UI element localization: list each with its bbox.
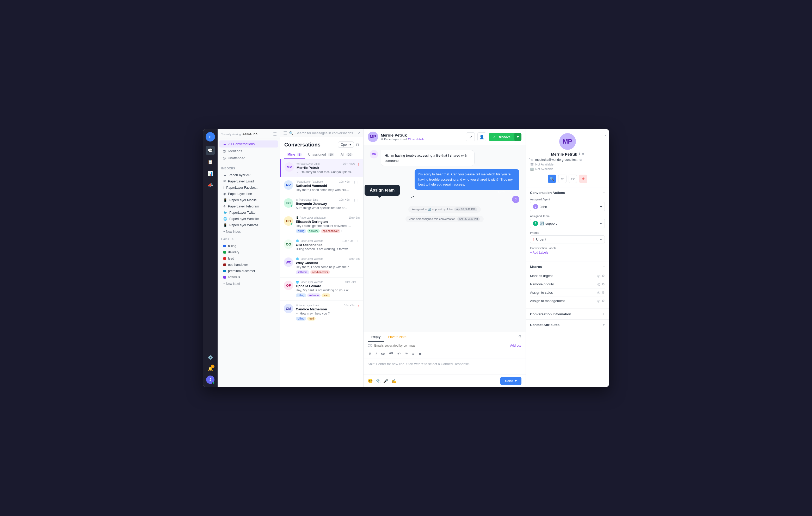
conversation-item[interactable]: CM ✉ PaperLayer Email 10m • 9m Candice M… bbox=[280, 301, 363, 324]
conversation-item[interactable]: WC 🌐 PaperLayer Website 10m • 9m Willy C… bbox=[280, 254, 363, 278]
tab-unassigned[interactable]: Unassigned 10 bbox=[305, 150, 338, 159]
inbox-facebook[interactable]: f PaperLayer Facebo... bbox=[221, 184, 276, 191]
conversation-item[interactable]: BJ ◉ PaperLayer Line 10m • 9m Benyamin J… bbox=[280, 195, 363, 213]
nav-notifications-icon[interactable]: 🔔 6 bbox=[206, 364, 215, 373]
macro-run-icon[interactable]: ⚙ bbox=[602, 274, 605, 278]
label-lead[interactable]: lead bbox=[221, 255, 276, 262]
nav-campaigns-icon[interactable]: 📣 bbox=[206, 180, 215, 190]
add-bcc-button[interactable]: Add bcc bbox=[510, 344, 521, 347]
nav-settings-icon[interactable]: ⚙️ bbox=[206, 353, 215, 362]
sidebar-menu-icon[interactable]: ☰ bbox=[273, 132, 277, 137]
inbox-website[interactable]: 🌐 PaperLayer Website bbox=[221, 216, 276, 222]
mine-count: 8 bbox=[297, 153, 302, 156]
reply-settings-icon[interactable]: ⚙ bbox=[518, 332, 521, 342]
bold-button[interactable]: B bbox=[368, 351, 372, 356]
inbox-mobile[interactable]: 📱 PaperLayer Mobile bbox=[221, 197, 276, 203]
signature-icon[interactable]: ✍ bbox=[391, 378, 396, 383]
send-button[interactable]: Send ▾ bbox=[500, 377, 521, 385]
copy-email-icon[interactable]: ⧉ bbox=[580, 158, 582, 162]
macro-run-icon[interactable]: ⚙ bbox=[602, 291, 605, 294]
attachment-icon[interactable]: 📎 bbox=[376, 378, 381, 383]
email-icon: ✉ bbox=[381, 137, 383, 141]
inbox-api[interactable]: ☁ PaperLayer API bbox=[221, 172, 276, 178]
contact-panel-avatar: MP bbox=[559, 133, 576, 150]
conversation-item[interactable]: ED 📱 PaperLayer Whatsapp 10m • 9m Elisab… bbox=[280, 213, 363, 236]
macro-preview-icon[interactable]: ◎ bbox=[597, 291, 600, 294]
conversation-info-toggle[interactable]: Conversation Information + bbox=[530, 312, 605, 316]
panel-expand-icon[interactable]: › bbox=[605, 133, 606, 137]
code-button[interactable]: <> bbox=[380, 351, 386, 356]
list-ordered-button[interactable]: ≣ bbox=[417, 351, 423, 356]
nav-user-avatar[interactable]: J bbox=[206, 376, 214, 384]
macros-header[interactable]: Macros − bbox=[526, 261, 609, 272]
add-labels-button[interactable]: + Add Labels bbox=[530, 251, 605, 254]
sidebar-item-unattended[interactable]: ◎ Unattended bbox=[219, 154, 278, 162]
close-details-link[interactable]: Close details bbox=[408, 138, 424, 141]
tab-all[interactable]: All 20 bbox=[338, 150, 356, 159]
macro-run-icon[interactable]: ⚙ bbox=[602, 299, 605, 303]
inbox-whatsapp[interactable]: 📱 PaperLayer Whatsa... bbox=[221, 222, 276, 228]
sidebar-item-mentions[interactable]: @ Mentions bbox=[219, 147, 278, 154]
new-label-link[interactable]: + New label bbox=[221, 281, 276, 287]
priority-select[interactable]: ‼ Urgent ▾ bbox=[530, 235, 605, 243]
audio-icon[interactable]: 🎤 bbox=[383, 378, 388, 383]
quote-button[interactable]: ❝❞ bbox=[388, 351, 394, 356]
inbox-telegram[interactable]: ✈ PaperLayer Telegram bbox=[221, 203, 276, 209]
reply-editor[interactable]: Shift + enter for new line. Start with '… bbox=[364, 359, 526, 374]
conversation-item[interactable]: NV f PaperLayer Facebook 10m • 9m Nathan… bbox=[280, 177, 363, 195]
italic-button[interactable]: I bbox=[374, 351, 378, 356]
macro-preview-icon[interactable]: ◎ bbox=[597, 282, 600, 286]
label-text: lead bbox=[228, 257, 234, 260]
contact-attributes-toggle[interactable]: Contact Attributes + bbox=[530, 323, 605, 327]
view-contact-icon-btn[interactable]: 🔍 bbox=[548, 175, 556, 183]
new-inbox-link[interactable]: + New inbox bbox=[221, 229, 276, 234]
redo-button[interactable]: ↷ bbox=[404, 351, 409, 356]
search-expand-icon[interactable]: ⤢ bbox=[357, 131, 360, 135]
macro-actions: ◎ ⚙ bbox=[597, 299, 605, 303]
conversation-source: ✉ PaperLayer Email bbox=[296, 162, 320, 165]
online-indicator bbox=[291, 223, 293, 225]
assigned-agent-select[interactable]: J John ▾ bbox=[530, 202, 605, 211]
label-ops-handover[interactable]: ops-handover bbox=[221, 262, 276, 268]
macro-run-icon[interactable]: ⚙ bbox=[602, 282, 605, 286]
conversation-actions-header[interactable]: Conversation Actions − bbox=[526, 188, 609, 198]
hamburger-icon[interactable]: ☰ bbox=[283, 131, 287, 136]
conversation-item[interactable]: OF 🌐 PaperLayer Website 10m • 9m Ophelia… bbox=[280, 278, 363, 301]
label-billing[interactable]: billing bbox=[221, 243, 276, 249]
conversation-item[interactable]: MP ✉ PaperLayer Email 10m • now Merrile … bbox=[280, 159, 363, 177]
nav-reports-icon[interactable]: 📋 bbox=[206, 157, 215, 167]
edit-contact-icon-btn[interactable]: ✏ bbox=[558, 175, 567, 183]
label-premium-customer[interactable]: premium-customer bbox=[221, 268, 276, 274]
tab-reply[interactable]: Reply bbox=[368, 332, 384, 342]
cc-input[interactable] bbox=[374, 344, 510, 347]
copy-icon[interactable]: ⧉ bbox=[582, 152, 584, 156]
inbox-line[interactable]: ◉ PaperLayer Line bbox=[221, 191, 276, 197]
filter-icon[interactable]: ⊟ bbox=[356, 143, 359, 147]
macro-preview-icon[interactable]: ◎ bbox=[597, 299, 600, 303]
panel-collapse-icon[interactable]: ‹ bbox=[529, 156, 530, 160]
inbox-twitter[interactable]: 🐦 PaperLayer Twitter bbox=[221, 209, 276, 216]
nav-analytics-icon[interactable]: 📊 bbox=[206, 169, 215, 178]
label-software[interactable]: software bbox=[221, 274, 276, 280]
label-delivery[interactable]: delivery bbox=[221, 249, 276, 255]
resolve-dropdown-button[interactable]: ▾ bbox=[514, 133, 521, 141]
status-filter-button[interactable]: Open ▾ bbox=[338, 142, 354, 148]
conversation-item[interactable]: OO 🌐 PaperLayer Website 10m • 9m Olia Ol… bbox=[280, 236, 363, 254]
list-bullet-button[interactable]: ≡ bbox=[411, 351, 415, 356]
delete-contact-icon-btn[interactable]: 🗑 bbox=[579, 175, 587, 183]
sidebar-item-all-conversations[interactable]: ☁ All Conversations bbox=[219, 140, 278, 147]
merge-contact-icon-btn[interactable]: >> bbox=[569, 175, 577, 183]
tab-mine[interactable]: Mine 8 bbox=[284, 150, 305, 159]
search-input[interactable] bbox=[295, 131, 355, 135]
resolve-button[interactable]: ✓ Conversation Actions Resolve bbox=[489, 133, 515, 141]
contact-info-icon-btn[interactable]: 👤 bbox=[477, 133, 486, 141]
send-email-icon-btn[interactable]: ↗ bbox=[466, 133, 475, 141]
undo-button[interactable]: ↶ bbox=[396, 351, 402, 356]
tab-private-note[interactable]: Private Note bbox=[384, 332, 410, 342]
info-icon[interactable]: ℹ bbox=[579, 152, 580, 156]
emoji-icon[interactable]: 😊 bbox=[368, 378, 373, 383]
macro-preview-icon[interactable]: ◎ bbox=[597, 274, 600, 278]
inbox-email[interactable]: ✉ PaperLayer Email bbox=[221, 178, 276, 184]
nav-conversations-icon[interactable]: 💬 bbox=[206, 146, 215, 155]
assigned-team-select[interactable]: S 🔄 support ▾ bbox=[530, 219, 605, 228]
